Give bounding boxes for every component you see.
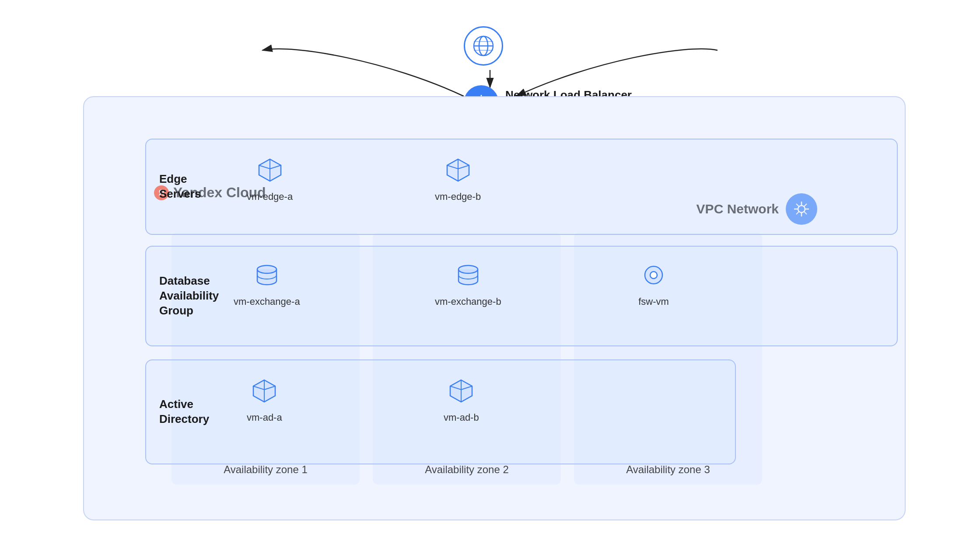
vm-edge-b-node: vm-edge-b bbox=[435, 153, 481, 202]
vm-edge-a-label: vm-edge-a bbox=[247, 191, 293, 202]
vm-edge-b-icon bbox=[443, 155, 473, 185]
vm-ad-a-label: vm-ad-a bbox=[247, 412, 282, 423]
dag-label: DatabaseAvailabilityGroup bbox=[159, 274, 234, 318]
internet-globe-node bbox=[464, 26, 503, 66]
fsw-vm-icon bbox=[638, 260, 669, 290]
vm-ad-a-node: vm-ad-a bbox=[247, 373, 282, 423]
fsw-vm-node: fsw-vm bbox=[636, 258, 671, 307]
internet-globe-icon bbox=[464, 26, 503, 66]
active-directory-label: ActiveDirectory bbox=[159, 397, 229, 427]
vm-exchange-b-label: vm-exchange-b bbox=[435, 296, 501, 307]
vm-exchange-b-icon bbox=[453, 260, 483, 290]
az2-label: Availability zone 2 bbox=[373, 464, 561, 476]
vm-edge-a-icon bbox=[255, 155, 285, 185]
vm-ad-b-node: vm-ad-b bbox=[444, 373, 479, 423]
fsw-vm-label: fsw-vm bbox=[638, 296, 669, 307]
vm-exchange-a-label: vm-exchange-a bbox=[234, 296, 300, 307]
vm-ad-b-label: vm-ad-b bbox=[444, 412, 479, 423]
vm-exchange-a-node: vm-exchange-a bbox=[234, 258, 300, 307]
vm-edge-b-label: vm-edge-b bbox=[435, 191, 481, 202]
vm-ad-a-icon bbox=[249, 376, 280, 406]
vm-ad-b-icon bbox=[446, 376, 476, 406]
vm-exchange-a-icon bbox=[252, 260, 282, 290]
az3-label: Availability zone 3 bbox=[574, 464, 762, 476]
diagram-wrapper: Network Load Balancer Я Yandex Cloud VPC… bbox=[31, 17, 949, 534]
edge-servers-section: EdgeServers vm-edge-a bbox=[145, 139, 898, 235]
svg-point-41 bbox=[650, 272, 657, 279]
vm-edge-a-node: vm-edge-a bbox=[247, 153, 293, 202]
edge-servers-label: EdgeServers bbox=[159, 172, 229, 202]
dag-section: DatabaseAvailabilityGroup vm-exchange-a bbox=[145, 246, 898, 346]
vm-exchange-b-node: vm-exchange-b bbox=[435, 258, 501, 307]
vpc-card: Я Yandex Cloud VPC Network bbox=[83, 96, 906, 520]
az1-label: Availability zone 1 bbox=[172, 464, 360, 476]
active-directory-section: ActiveDirectory vm-ad-a bbox=[145, 359, 736, 464]
